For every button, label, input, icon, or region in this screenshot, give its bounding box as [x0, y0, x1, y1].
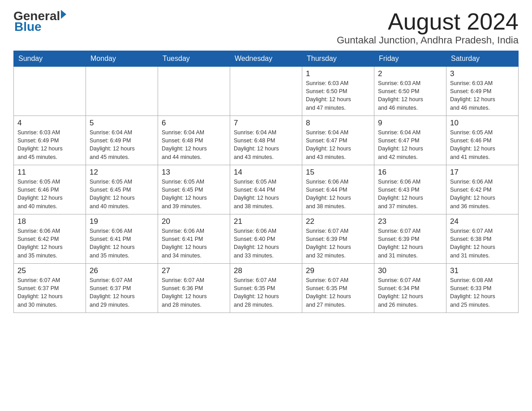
day-number: 15: [306, 168, 370, 177]
calendar-cell: 11Sunrise: 6:05 AM Sunset: 6:46 PM Dayli…: [14, 165, 86, 214]
day-info: Sunrise: 6:08 AM Sunset: 6:33 PM Dayligh…: [450, 276, 515, 309]
day-info: Sunrise: 6:03 AM Sunset: 6:50 PM Dayligh…: [378, 79, 442, 112]
calendar-cell: 3Sunrise: 6:03 AM Sunset: 6:49 PM Daylig…: [446, 67, 519, 116]
calendar-cell: 19Sunrise: 6:06 AM Sunset: 6:41 PM Dayli…: [86, 214, 158, 264]
location-title: Guntakal Junction, Andhra Pradesh, India: [337, 34, 519, 46]
day-of-week-header: Saturday: [446, 51, 519, 67]
day-of-week-header: Friday: [374, 51, 446, 67]
calendar-cell: 15Sunrise: 6:06 AM Sunset: 6:44 PM Dayli…: [302, 165, 374, 214]
day-number: 22: [306, 217, 370, 226]
day-number: 14: [234, 168, 298, 177]
day-number: 1: [306, 69, 370, 78]
day-info: Sunrise: 6:04 AM Sunset: 6:49 PM Dayligh…: [90, 128, 154, 161]
day-of-week-header: Wednesday: [230, 51, 302, 67]
day-number: 24: [450, 217, 515, 226]
logo-arrow-icon: [61, 10, 66, 19]
calendar-cell: 28Sunrise: 6:07 AM Sunset: 6:35 PM Dayli…: [230, 264, 302, 313]
day-number: 7: [234, 119, 298, 128]
day-number: 23: [378, 217, 442, 226]
day-info: Sunrise: 6:06 AM Sunset: 6:40 PM Dayligh…: [234, 227, 298, 260]
day-info: Sunrise: 6:06 AM Sunset: 6:42 PM Dayligh…: [450, 178, 515, 210]
day-number: 5: [90, 119, 154, 128]
calendar-cell: 7Sunrise: 6:04 AM Sunset: 6:48 PM Daylig…: [230, 116, 302, 165]
day-number: 18: [17, 217, 82, 226]
day-number: 29: [306, 266, 370, 275]
month-title: August 2024: [337, 9, 519, 34]
calendar-week-row: 11Sunrise: 6:05 AM Sunset: 6:46 PM Dayli…: [14, 165, 519, 214]
calendar-cell: 5Sunrise: 6:04 AM Sunset: 6:49 PM Daylig…: [86, 116, 158, 165]
calendar-cell: 9Sunrise: 6:04 AM Sunset: 6:47 PM Daylig…: [374, 116, 446, 165]
calendar-cell: 25Sunrise: 6:07 AM Sunset: 6:37 PM Dayli…: [14, 264, 86, 313]
day-info: Sunrise: 6:04 AM Sunset: 6:48 PM Dayligh…: [162, 128, 226, 161]
day-number: 30: [378, 266, 442, 275]
calendar-cell: [86, 67, 158, 116]
calendar-cell: 2Sunrise: 6:03 AM Sunset: 6:50 PM Daylig…: [374, 67, 446, 116]
calendar-cell: 20Sunrise: 6:06 AM Sunset: 6:41 PM Dayli…: [158, 214, 230, 264]
day-number: 13: [162, 168, 226, 177]
day-number: 21: [234, 217, 298, 226]
calendar-cell: 13Sunrise: 6:05 AM Sunset: 6:45 PM Dayli…: [158, 165, 230, 214]
calendar-cell: 22Sunrise: 6:07 AM Sunset: 6:39 PM Dayli…: [302, 214, 374, 264]
calendar-cell: 29Sunrise: 6:07 AM Sunset: 6:35 PM Dayli…: [302, 264, 374, 313]
day-number: 11: [17, 168, 82, 177]
day-info: Sunrise: 6:06 AM Sunset: 6:41 PM Dayligh…: [162, 227, 226, 260]
logo-blue: Blue: [14, 20, 42, 34]
calendar-cell: 4Sunrise: 6:03 AM Sunset: 6:49 PM Daylig…: [14, 116, 86, 165]
calendar-cell: 27Sunrise: 6:07 AM Sunset: 6:36 PM Dayli…: [158, 264, 230, 313]
day-number: 27: [162, 266, 226, 275]
day-number: 3: [450, 69, 515, 78]
calendar-cell: 30Sunrise: 6:07 AM Sunset: 6:34 PM Dayli…: [374, 264, 446, 313]
day-info: Sunrise: 6:04 AM Sunset: 6:48 PM Dayligh…: [234, 128, 298, 161]
calendar-cell: 10Sunrise: 6:05 AM Sunset: 6:46 PM Dayli…: [446, 116, 519, 165]
title-area: August 2024 Guntakal Junction, Andhra Pr…: [337, 9, 519, 46]
calendar-cell: 31Sunrise: 6:08 AM Sunset: 6:33 PM Dayli…: [446, 264, 519, 313]
day-info: Sunrise: 6:03 AM Sunset: 6:49 PM Dayligh…: [450, 79, 515, 112]
day-info: Sunrise: 6:06 AM Sunset: 6:41 PM Dayligh…: [90, 227, 154, 260]
day-number: 8: [306, 119, 370, 128]
page-header: General Blue August 2024 Guntakal Juncti…: [13, 9, 519, 46]
day-number: 10: [450, 119, 515, 128]
day-of-week-header: Monday: [86, 51, 158, 67]
calendar-cell: 21Sunrise: 6:06 AM Sunset: 6:40 PM Dayli…: [230, 214, 302, 264]
calendar-cell: 23Sunrise: 6:07 AM Sunset: 6:39 PM Dayli…: [374, 214, 446, 264]
calendar-cell: 26Sunrise: 6:07 AM Sunset: 6:37 PM Dayli…: [86, 264, 158, 313]
day-number: 28: [234, 266, 298, 275]
day-info: Sunrise: 6:05 AM Sunset: 6:46 PM Dayligh…: [450, 128, 515, 161]
day-of-week-header: Tuesday: [158, 51, 230, 67]
calendar-cell: 18Sunrise: 6:06 AM Sunset: 6:42 PM Dayli…: [14, 214, 86, 264]
calendar-week-row: 4Sunrise: 6:03 AM Sunset: 6:49 PM Daylig…: [14, 116, 519, 165]
day-info: Sunrise: 6:07 AM Sunset: 6:39 PM Dayligh…: [378, 227, 442, 260]
day-info: Sunrise: 6:07 AM Sunset: 6:37 PM Dayligh…: [90, 276, 154, 309]
day-number: 26: [90, 266, 154, 275]
day-of-week-header: Sunday: [14, 51, 86, 67]
calendar-cell: 24Sunrise: 6:07 AM Sunset: 6:38 PM Dayli…: [446, 214, 519, 264]
calendar-week-row: 1Sunrise: 6:03 AM Sunset: 6:50 PM Daylig…: [14, 67, 519, 116]
day-number: 31: [450, 266, 515, 275]
calendar-cell: 14Sunrise: 6:05 AM Sunset: 6:44 PM Dayli…: [230, 165, 302, 214]
day-info: Sunrise: 6:07 AM Sunset: 6:39 PM Dayligh…: [306, 227, 370, 260]
calendar-cell: 1Sunrise: 6:03 AM Sunset: 6:50 PM Daylig…: [302, 67, 374, 116]
day-number: 19: [90, 217, 154, 226]
day-info: Sunrise: 6:06 AM Sunset: 6:43 PM Dayligh…: [378, 178, 442, 210]
day-info: Sunrise: 6:03 AM Sunset: 6:50 PM Dayligh…: [306, 79, 370, 112]
day-info: Sunrise: 6:06 AM Sunset: 6:44 PM Dayligh…: [306, 178, 370, 210]
day-info: Sunrise: 6:05 AM Sunset: 6:44 PM Dayligh…: [234, 178, 298, 210]
day-info: Sunrise: 6:07 AM Sunset: 6:37 PM Dayligh…: [17, 276, 82, 309]
day-number: 20: [162, 217, 226, 226]
day-info: Sunrise: 6:07 AM Sunset: 6:35 PM Dayligh…: [306, 276, 370, 309]
day-info: Sunrise: 6:07 AM Sunset: 6:35 PM Dayligh…: [234, 276, 298, 309]
calendar-cell: 8Sunrise: 6:04 AM Sunset: 6:47 PM Daylig…: [302, 116, 374, 165]
day-info: Sunrise: 6:05 AM Sunset: 6:45 PM Dayligh…: [162, 178, 226, 210]
day-info: Sunrise: 6:04 AM Sunset: 6:47 PM Dayligh…: [306, 128, 370, 161]
day-info: Sunrise: 6:07 AM Sunset: 6:34 PM Dayligh…: [378, 276, 442, 309]
day-info: Sunrise: 6:07 AM Sunset: 6:38 PM Dayligh…: [450, 227, 515, 260]
calendar-cell: [230, 67, 302, 116]
day-info: Sunrise: 6:03 AM Sunset: 6:49 PM Dayligh…: [17, 128, 82, 161]
day-number: 4: [17, 119, 82, 128]
calendar-cell: 16Sunrise: 6:06 AM Sunset: 6:43 PM Dayli…: [374, 165, 446, 214]
calendar-cell: [14, 67, 86, 116]
calendar-cell: 17Sunrise: 6:06 AM Sunset: 6:42 PM Dayli…: [446, 165, 519, 214]
logo: General Blue: [13, 9, 66, 34]
calendar-header-row: SundayMondayTuesdayWednesdayThursdayFrid…: [14, 51, 519, 67]
day-info: Sunrise: 6:06 AM Sunset: 6:42 PM Dayligh…: [17, 227, 82, 260]
